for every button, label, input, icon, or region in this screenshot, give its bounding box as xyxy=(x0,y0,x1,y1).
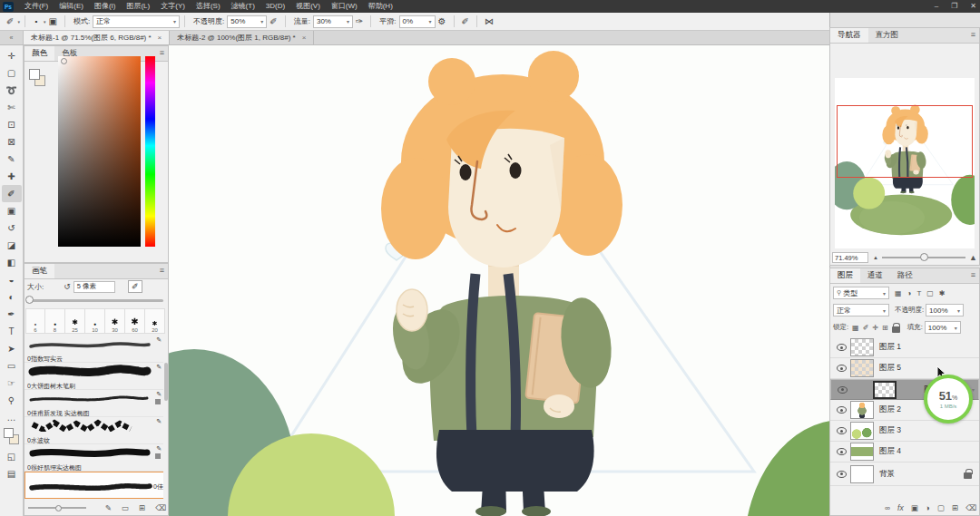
filter-pixel-icon[interactable]: ▦ xyxy=(895,289,902,297)
navigator-zoom-slider-thumb[interactable] xyxy=(920,253,928,261)
eyedropper-tool-icon[interactable]: ✎ xyxy=(2,151,22,168)
screen-mode-icon[interactable]: ▤ xyxy=(2,465,22,482)
brush-preset-row[interactable]: ✎ 0大饼图树木笔刷 xyxy=(24,363,163,390)
pen-icon[interactable]: ✎ xyxy=(105,503,112,512)
menu-window[interactable]: 窗口(W) xyxy=(326,0,363,13)
brush-tool-icon[interactable]: ✐ xyxy=(4,16,16,26)
delete-layer-icon[interactable]: ⌫ xyxy=(965,503,976,512)
new-layer-icon[interactable]: ⊞ xyxy=(952,503,958,512)
visibility-toggle[interactable] xyxy=(834,427,848,434)
move-tool-icon[interactable]: ✛ xyxy=(2,47,22,64)
lock-all-icon[interactable] xyxy=(892,326,900,333)
menu-edit[interactable]: 编辑(E) xyxy=(54,0,89,13)
panel-menu-icon[interactable]: ≡ xyxy=(160,48,164,57)
toggle-brush-panel-icon[interactable]: ▣ xyxy=(45,16,59,26)
lock-paint-icon[interactable]: ✐ xyxy=(863,324,869,332)
brush-tool-icon[interactable]: ✐ xyxy=(2,185,22,202)
layer-effects-icon[interactable]: fx xyxy=(897,503,904,512)
dodge-tool-icon[interactable]: ◐ xyxy=(2,288,22,306)
layer-thumbnail[interactable] xyxy=(850,465,874,483)
document-tab-1[interactable]: 未标题-1 @ 71.5%(图层 6, RGB/8#) * × xyxy=(24,31,170,44)
brush-tip[interactable]: ●8 xyxy=(45,308,65,334)
frame-tool-icon[interactable]: ⊠ xyxy=(2,133,22,151)
restore-button[interactable]: ❐ xyxy=(951,0,957,13)
visibility-toggle[interactable] xyxy=(834,406,848,414)
gradient-tool-icon[interactable]: ◧ xyxy=(2,254,22,271)
brush-tip[interactable]: ✱30 xyxy=(105,308,125,334)
crop-tool-icon[interactable]: ⊡ xyxy=(2,116,22,133)
adjustment-layer-icon[interactable]: ◑ xyxy=(926,503,930,512)
close-tab-icon[interactable]: × xyxy=(158,34,162,42)
layer-row-background[interactable]: 背景 xyxy=(830,462,979,486)
menu-help[interactable]: 帮助(H) xyxy=(363,0,398,13)
filter-type-icon[interactable]: T xyxy=(916,289,921,297)
tab-histogram[interactable]: 直方图 xyxy=(868,28,906,43)
shape-tool-icon[interactable]: ▭ xyxy=(2,357,22,375)
navigator-zoom-value[interactable]: 71.49% xyxy=(832,252,868,263)
layer-thumbnail[interactable] xyxy=(873,381,897,399)
edit-toolbar-icon[interactable]: … xyxy=(2,409,22,426)
visibility-toggle[interactable] xyxy=(835,386,849,394)
tab-paths[interactable]: 路径 xyxy=(890,268,920,283)
menu-layer[interactable]: 图层(L) xyxy=(121,0,155,13)
menu-type[interactable]: 文字(Y) xyxy=(155,0,191,13)
delete-brush-icon[interactable]: ⌫ xyxy=(155,503,166,512)
brush-preset-row[interactable]: ✎ 0很好肌理实达椭图 xyxy=(24,444,163,472)
brush-preset-row-selected[interactable]: ✎ 0佳甫机理笔刷(细腻) xyxy=(24,472,163,499)
panel-menu-icon[interactable]: ≡ xyxy=(971,270,975,279)
color-gradient-field[interactable] xyxy=(58,56,141,247)
layer-thumbnail[interactable] xyxy=(850,338,874,356)
type-tool-icon[interactable]: T xyxy=(2,323,22,340)
smoothing-select[interactable]: 0% xyxy=(399,15,436,28)
color-cursor[interactable] xyxy=(61,58,67,64)
brush-tip[interactable]: ✱25 xyxy=(65,308,85,334)
layer-opacity-select[interactable]: 100% xyxy=(926,304,964,316)
flow-select[interactable]: 30% xyxy=(313,15,353,28)
filter-adjustment-icon[interactable]: ◑ xyxy=(907,289,912,297)
tab-navigator[interactable]: 导航器 xyxy=(830,28,868,43)
visibility-toggle[interactable] xyxy=(834,344,848,351)
menu-filter[interactable]: 滤镜(T) xyxy=(226,0,260,13)
blur-tool-icon[interactable]: ◒ xyxy=(2,271,22,288)
clone-stamp-tool-icon[interactable]: ▣ xyxy=(2,202,22,219)
brush-size-value[interactable]: 5 像素 xyxy=(74,281,115,293)
healing-brush-tool-icon[interactable]: ✚ xyxy=(2,168,22,185)
brush-size-slider-thumb[interactable] xyxy=(25,296,34,304)
zoom-out-icon[interactable]: ▲ xyxy=(873,255,878,260)
path-selection-tool-icon[interactable]: ➤ xyxy=(2,340,22,357)
tab-layers[interactable]: 图层 xyxy=(830,268,860,283)
layer-thumbnail[interactable] xyxy=(850,443,874,461)
navigator-view-rectangle[interactable] xyxy=(837,105,973,178)
panel-menu-icon[interactable]: ≡ xyxy=(971,30,975,39)
filter-shape-icon[interactable]: ▢ xyxy=(926,289,934,297)
menu-select[interactable]: 选择(S) xyxy=(191,0,226,13)
zoom-in-icon[interactable]: ▲ xyxy=(969,253,977,262)
minimize-button[interactable]: – xyxy=(935,0,938,13)
scrollbar-thumb[interactable] xyxy=(164,363,168,401)
brush-preset-row[interactable]: ✎ 0佳甫新发现 实达椭图 xyxy=(24,390,163,417)
pen-tool-icon[interactable]: ✒ xyxy=(2,306,22,323)
layer-thumbnail[interactable] xyxy=(850,401,874,419)
canvas[interactable] xyxy=(169,45,829,516)
foreground-color-swatch[interactable] xyxy=(4,428,14,438)
stroke-preview-slider-thumb[interactable] xyxy=(55,505,62,511)
document-tab-2[interactable]: 未标题-2 @ 100%(图层 1, RGB/8#) * × xyxy=(170,31,314,44)
layer-thumbnail[interactable] xyxy=(850,359,874,377)
layer-fill-select[interactable]: 100% xyxy=(925,321,961,334)
hand-tool-icon[interactable]: ☞ xyxy=(2,375,22,392)
brush-tip[interactable]: ✱60 xyxy=(125,308,145,334)
menu-view[interactable]: 视图(V) xyxy=(290,0,326,13)
layer-mask-icon[interactable]: ▣ xyxy=(911,503,918,512)
tab-brushes[interactable]: 画笔 xyxy=(24,264,54,278)
new-brush-icon[interactable]: ⊞ xyxy=(139,503,145,512)
layer-row[interactable]: 图层 4 xyxy=(830,442,979,462)
marquee-tool-icon[interactable]: ▢ xyxy=(2,64,22,82)
close-tab-icon[interactable]: × xyxy=(302,34,307,42)
history-brush-tool-icon[interactable]: ↺ xyxy=(2,219,22,237)
brush-tip[interactable]: ●10 xyxy=(85,308,105,334)
collapse-panels-icon[interactable]: « xyxy=(0,31,24,44)
foreground-background-swatches[interactable] xyxy=(2,427,22,447)
layer-blend-mode-select[interactable]: 正常 xyxy=(833,304,889,316)
reset-size-icon[interactable]: ↺ xyxy=(64,282,71,291)
size-pressure-icon[interactable]: ✐ xyxy=(459,16,472,26)
